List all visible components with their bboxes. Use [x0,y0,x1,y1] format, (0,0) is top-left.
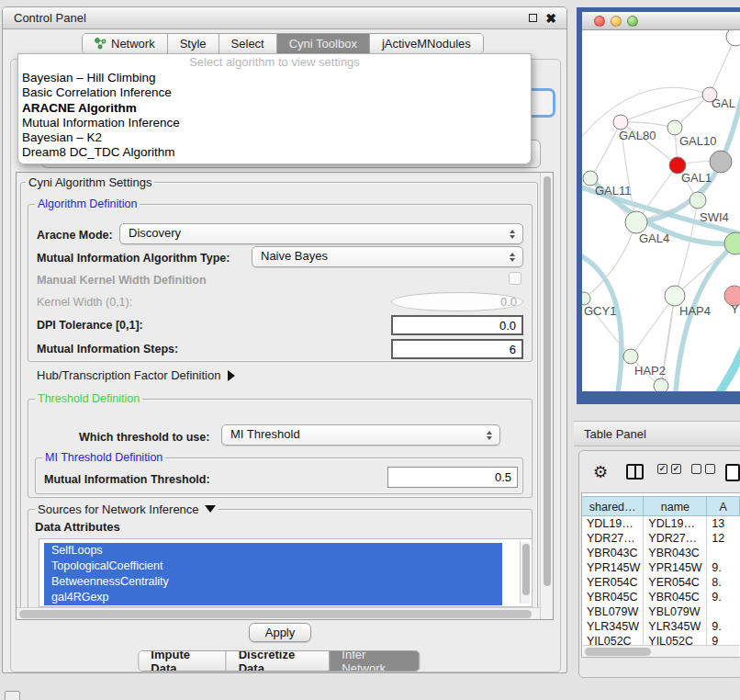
algorithm-option[interactable]: Mutual Information Inference [18,116,531,130]
tab-network[interactable]: Network [83,34,167,53]
network-window-titlebar[interactable] [582,12,740,30]
control-panel-tabbar: Network Style Select Cyni Toolbox jActiv… [82,33,484,54]
dpi-tolerance-label: DPI Tolerance [0,1]: [37,319,143,332]
checked-box-icon: ✓ [671,464,681,474]
data-attributes-list: SelfLoops TopologicalCoefficient Between… [39,538,533,607]
column-header[interactable]: name [644,497,707,515]
which-threshold-combo[interactable]: MI Threshold [221,424,500,446]
node-label: GAL11 [595,184,632,198]
table-row[interactable]: YER054CYER054C8. [582,575,740,590]
network-node[interactable] [623,349,638,364]
attr-list-scrollbar[interactable] [520,542,530,604]
table-cell: YPR145W [644,560,707,575]
tab-cyni-toolbox-label: Cyni Toolbox [289,37,357,51]
table-row[interactable]: YLR345WYLR345W9. [582,619,740,634]
table-cell: YDL19… [644,516,707,531]
table-row[interactable]: YPR145WYPR145W9. [582,560,740,575]
export-table-icon[interactable] [725,464,740,481]
network-view-canvas[interactable]: GALGAL80GAL10GAL1GAL11SWI4GAL4GCY1HAP4YH… [582,30,740,391]
table-cell [707,604,740,619]
combo-stepper-icon [507,224,518,243]
column-header[interactable]: shared… [582,497,644,515]
zoom-window-icon[interactable] [627,16,638,27]
network-node[interactable] [665,286,685,306]
tab-infer-network-label: Infer Network [342,650,407,672]
tab-select[interactable]: Select [219,34,276,53]
threshold-definition-label: Threshold Definition [35,392,142,405]
docked-panel-stub[interactable] [5,691,20,700]
mi-type-combo[interactable]: Naive Bayes [252,246,523,267]
apply-button[interactable]: Apply [249,623,311,642]
attr-item-selected[interactable]: TopologicalCoefficient [44,559,502,574]
table-row[interactable]: YIL052CYIL052C9 [582,634,740,645]
columns-icon[interactable] [626,464,644,480]
mi-type-value: Naive Bayes [261,249,328,263]
table-cell: YBR043C [582,546,644,560]
algorithm-option-selected[interactable]: ARACNE Algorithm [18,101,531,116]
attr-item-selected[interactable]: gal4RGexp [44,590,502,605]
table-cell: 12 [707,531,740,546]
close-panel-icon[interactable]: ✖ [544,12,557,25]
tab-impute-data[interactable]: Impute Data [139,651,225,671]
tab-discretize-data[interactable]: Discretize Data [226,651,330,671]
table-row[interactable]: YDR27…YDR27…12 [582,531,740,546]
manual-kernel-checkbox[interactable] [509,272,521,285]
network-node[interactable] [613,115,628,130]
network-node[interactable] [625,211,647,233]
sources-expander[interactable]: Sources for Network Inference [35,502,219,516]
algorithm-option[interactable]: Dream8 DC_TDC Algorithm [18,145,531,160]
tab-infer-network[interactable]: Infer Network [329,651,419,671]
settings-hscrollbar[interactable] [17,607,540,619]
expander-right-icon [228,370,235,381]
network-node[interactable] [726,30,740,46]
table-row[interactable]: YBR043CYBR043C [582,546,740,560]
attr-item-selected[interactable]: SelfLoops [44,543,502,559]
table-hscrollbar[interactable] [583,645,739,657]
table-body: YDL19…YDL19…13YDR27…YDR27…12YBR043CYBR04… [582,516,740,645]
attr-list-scrollbar-thumb[interactable] [522,544,530,595]
network-node[interactable] [690,192,706,209]
node-label: HAP4 [679,304,711,318]
settings-vscrollbar[interactable] [540,173,553,619]
float-panel-icon[interactable] [526,12,539,25]
settings-vscrollbar-thumb[interactable] [544,176,551,586]
node-label: GAL10 [679,134,716,148]
dpi-tolerance-input[interactable] [391,315,523,335]
algorithm-option[interactable]: Basic Correlation Inference [18,85,531,100]
network-node[interactable] [667,120,682,135]
mi-threshold-group-label: MI Threshold Definition [42,451,165,464]
mi-threshold-label: Mutual Information Threshold: [44,473,210,486]
tab-style[interactable]: Style [167,34,219,53]
hub-expander[interactable]: Hub/Transcription Factor Definition [37,368,235,382]
aracne-mode-combo[interactable]: Discovery [119,223,523,244]
table-cell: 13 [707,516,740,531]
network-node[interactable] [582,292,590,305]
table-cell: YDR27… [582,531,644,546]
table-row[interactable]: YBL079WYBL079W [582,604,740,619]
tab-jactivemnodules[interactable]: jActiveMNodules [369,34,483,53]
kernel-width-input[interactable] [391,292,523,311]
network-edge [694,334,740,391]
mi-steps-input[interactable] [391,339,523,359]
algorithm-dropdown-popup: Select algorithm to view settings Bayesi… [17,53,532,164]
clear-all-checks-icon[interactable] [691,464,715,474]
minimize-window-icon[interactable] [611,16,622,27]
table-panel-titlebar: Table Panel [574,421,740,446]
tab-cyni-toolbox[interactable]: Cyni Toolbox [276,34,369,53]
network-node[interactable] [710,151,732,173]
table-cell: YLR345W [582,619,644,634]
column-header[interactable]: A [707,497,740,515]
select-all-checks-icon[interactable]: ✓ ✓ [657,464,681,474]
table-row[interactable]: YDL19…YDL19…13 [582,516,740,531]
network-node[interactable] [654,378,668,391]
attr-item-selected[interactable]: BetweennessCentrality [44,574,502,590]
settings-hscrollbar-thumb[interactable] [19,610,532,618]
node-table: shared…nameA YDL19…YDL19…13YDR27…YDR27…1… [582,496,740,645]
algorithm-option[interactable]: Bayesian – Hill Climbing [18,71,531,85]
gear-icon[interactable]: ⚙ [593,464,608,480]
close-window-icon[interactable] [594,16,605,27]
table-hscrollbar-thumb[interactable] [585,648,651,656]
algorithm-option[interactable]: Bayesian – K2 [18,130,531,145]
table-row[interactable]: YBR045CYBR045C9. [582,590,740,604]
mi-threshold-input[interactable] [387,467,518,488]
